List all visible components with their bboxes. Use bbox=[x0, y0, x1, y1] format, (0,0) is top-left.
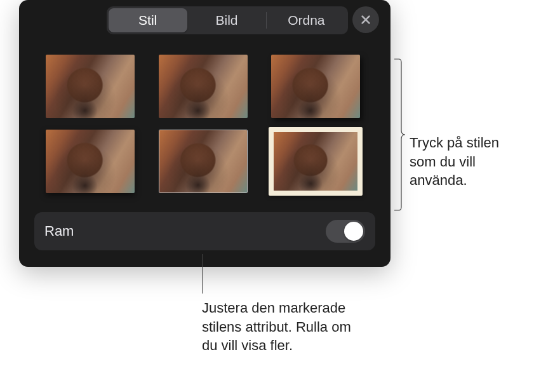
style-option-photoframe[interactable] bbox=[271, 130, 360, 193]
style-option-shadow[interactable] bbox=[46, 130, 135, 193]
style-grid bbox=[19, 43, 390, 207]
format-panel: Stil Bild Ordna Ram bbox=[19, 0, 390, 267]
style-option-dropshadow[interactable] bbox=[271, 55, 360, 118]
close-icon bbox=[360, 14, 371, 25]
callout-bottom: Justera den markerade stilens attribut. … bbox=[202, 299, 367, 355]
style-option-thinborder[interactable] bbox=[159, 130, 248, 193]
style-option-plain[interactable] bbox=[46, 55, 135, 118]
tab-ordna[interactable]: Ordna bbox=[267, 8, 345, 32]
frame-toggle[interactable] bbox=[326, 220, 365, 243]
tab-stil[interactable]: Stil bbox=[109, 8, 187, 32]
frame-label: Ram bbox=[44, 223, 74, 240]
callout-leader-bottom bbox=[202, 254, 203, 294]
style-option-reflect[interactable] bbox=[159, 55, 248, 118]
close-button[interactable] bbox=[352, 6, 379, 33]
callout-bracket-right bbox=[394, 58, 405, 211]
toggle-knob bbox=[344, 222, 363, 241]
segmented-control: Stil Bild Ordna bbox=[107, 6, 348, 34]
frame-row: Ram bbox=[34, 212, 375, 250]
tab-bar: Stil Bild Ordna bbox=[29, 6, 380, 34]
callout-right: Tryck på stilen som du vill använda. bbox=[410, 133, 524, 190]
tab-bild[interactable]: Bild bbox=[187, 8, 266, 32]
